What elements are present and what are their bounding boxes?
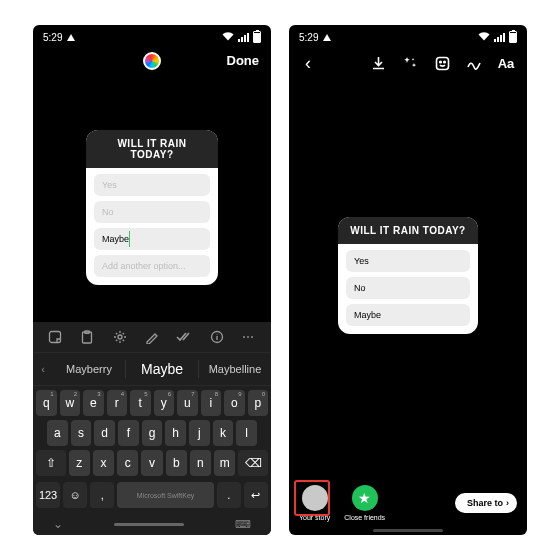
keyboard-bottom-row: 123 ☺ , Microsoft SwiftKey . ↩ [33,482,271,512]
share-to-button[interactable]: Share to › [455,493,517,513]
phone-right-share: 5:29 ‹ Aa W [289,25,527,535]
kb-more-icon[interactable]: ⋯ [241,329,257,345]
home-indicator[interactable] [373,529,443,532]
svg-point-6 [439,61,441,63]
kb-sticker-icon[interactable] [47,329,63,345]
keyboard-suggestions: ‹ Mayberry Maybe Maybelline [33,353,271,386]
editor-topbar: Done [33,45,271,76]
key-b[interactable]: b [166,450,187,476]
svg-point-3 [118,335,122,339]
poll-option-1[interactable]: Yes [94,174,210,196]
key-r[interactable]: r4 [107,390,128,416]
key-w[interactable]: w2 [60,390,81,416]
key-e[interactable]: e3 [83,390,104,416]
status-warning-icon [67,34,75,41]
svg-point-7 [443,61,445,63]
key-period[interactable]: . [217,482,241,508]
done-button[interactable]: Done [227,53,260,68]
key-p[interactable]: p0 [248,390,269,416]
key-f[interactable]: f [118,420,139,446]
signal-icon [494,33,505,42]
poll-add-option[interactable]: Add another option... [94,255,210,277]
poll-options: Yes No Maybe Add another option... [86,168,218,279]
key-z[interactable]: z [69,450,90,476]
back-button[interactable]: ‹ [301,53,315,74]
key-k[interactable]: k [213,420,234,446]
draw-icon[interactable] [465,55,483,73]
key-s[interactable]: s [71,420,92,446]
status-time: 5:29 [43,32,62,43]
key-q[interactable]: q1 [36,390,57,416]
battery-icon [253,31,261,43]
suggestion-3[interactable]: Maybelline [199,355,271,383]
key-n[interactable]: n [190,450,211,476]
key-u[interactable]: u7 [177,390,198,416]
text-tool[interactable]: Aa [497,55,515,73]
status-warning-icon [323,34,331,41]
key-c[interactable]: c [117,450,138,476]
kb-clipboard-icon[interactable] [79,329,95,345]
poll-sticker[interactable]: WILL IT RAIN TODAY? Yes No Maybe [338,217,478,334]
keyboard-toolbar: ⋯ [33,322,271,353]
phone-left-editor: 5:29 Done WILL IT RAIN TODAY? Yes No May… [33,25,271,535]
signal-icon [238,33,249,42]
poll-option-2[interactable]: No [346,277,470,299]
kb-info-icon[interactable] [209,329,225,345]
keyboard: ⋯ ‹ Mayberry Maybe Maybelline q1w2e3r4t5… [33,322,271,535]
key-backspace[interactable]: ⌫ [238,450,268,476]
key-emoji[interactable]: ☺ [63,482,87,508]
share-bar: Your story ★ Close friends Share to › [289,485,527,521]
highlight-box [294,480,330,516]
poll-option-3[interactable]: Maybe [94,228,210,250]
key-space[interactable]: Microsoft SwiftKey [117,482,213,508]
key-i[interactable]: i8 [201,390,222,416]
suggestion-1[interactable]: Mayberry [53,355,125,383]
poll-option-2[interactable]: No [94,201,210,223]
close-friends-icon: ★ [352,485,378,511]
key-g[interactable]: g [142,420,163,446]
poll-question[interactable]: WILL IT RAIN TODAY? [86,130,218,168]
key-o[interactable]: o9 [224,390,245,416]
kb-edit-icon[interactable] [144,329,160,345]
share-to-label: Share to [467,498,503,508]
kb-expand-icon[interactable]: ‹ [33,363,53,375]
close-friends-button[interactable]: ★ Close friends [344,485,385,521]
effects-icon[interactable] [401,55,419,73]
kb-check-icon[interactable] [176,329,192,345]
svg-rect-5 [436,58,448,70]
poll-option-1[interactable]: Yes [346,250,470,272]
key-d[interactable]: d [94,420,115,446]
close-friends-label: Close friends [344,514,385,521]
share-topbar: ‹ Aa [289,45,527,82]
key-v[interactable]: v [141,450,162,476]
poll-options: Yes No Maybe [338,244,478,328]
key-l[interactable]: l [236,420,257,446]
keyboard-keys: q1w2e3r4t5y6u7i8o9p0 asdfghjkl ⇧zxcvbnm⌫ [33,386,271,482]
key-a[interactable]: a [47,420,68,446]
key-comma[interactable]: , [90,482,114,508]
key-j[interactable]: j [189,420,210,446]
kb-settings-icon[interactable] [112,329,128,345]
poll-sticker[interactable]: WILL IT RAIN TODAY? Yes No Maybe Add ano… [86,130,218,285]
chevron-right-icon: › [506,498,509,508]
key-enter[interactable]: ↩ [244,482,268,508]
sticker-icon[interactable] [433,55,451,73]
key-t[interactable]: t5 [130,390,151,416]
key-y[interactable]: y6 [154,390,175,416]
kb-switch-icon[interactable]: ⌨ [235,518,251,531]
poll-option-3[interactable]: Maybe [346,304,470,326]
status-bar: 5:29 [33,25,271,45]
key-h[interactable]: h [165,420,186,446]
suggestion-2[interactable]: Maybe [126,353,198,385]
key-m[interactable]: m [214,450,235,476]
nav-down-icon[interactable]: ⌄ [53,517,63,531]
key-x[interactable]: x [93,450,114,476]
your-story-button[interactable]: Your story [299,485,330,521]
home-indicator[interactable] [114,523,184,526]
key-123[interactable]: 123 [36,482,60,508]
key-shift[interactable]: ⇧ [36,450,66,476]
battery-icon [509,31,517,43]
download-icon[interactable] [369,55,387,73]
svg-rect-0 [50,332,61,343]
color-picker-icon[interactable] [143,52,161,70]
